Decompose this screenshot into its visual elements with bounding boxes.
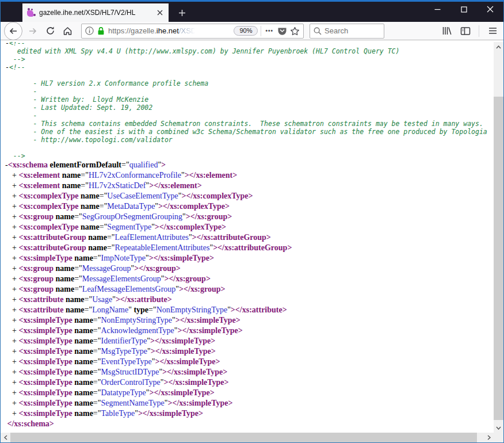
- sidebar-button[interactable]: [458, 24, 473, 39]
- fold-toggle[interactable]: +: [12, 264, 18, 273]
- xml-punct: =": [100, 202, 108, 211]
- fold-toggle[interactable]: +: [12, 337, 18, 345]
- horizontal-scrollbar[interactable]: [1, 433, 494, 442]
- xml-attr-value: HL7v2xConformanceProfile: [89, 171, 181, 180]
- fold-toggle[interactable]: +: [12, 295, 18, 304]
- fold-toggle[interactable]: +: [12, 368, 18, 376]
- fold-toggle[interactable]: +: [12, 326, 18, 335]
- menu-button[interactable]: [485, 24, 500, 39]
- xml-tag: ></xs:simpleType>: [150, 388, 215, 397]
- xml-attr-name: name: [72, 368, 93, 376]
- fold-toggle[interactable]: +: [12, 181, 18, 190]
- xml-attr-name: elementFormDefault: [48, 161, 121, 169]
- xml-line: -<!--: [1, 63, 494, 71]
- fold-toggle[interactable]: +: [12, 316, 18, 324]
- xml-tag: <xs:simpleType: [18, 316, 72, 324]
- xml-line: + <xs:simpleType name="AcknowledgmentTyp…: [1, 326, 494, 336]
- fold-toggle[interactable]: +: [12, 212, 18, 221]
- xml-line: + <xs:element name="HL7v2xConformancePro…: [1, 170, 494, 181]
- fold-toggle[interactable]: +: [12, 285, 18, 293]
- fold-toggle[interactable]: +: [12, 357, 18, 366]
- titlebar: gazelle.ihe.net/XSD/HL7/V2/HL: [1, 2, 503, 22]
- fold-toggle[interactable]: +: [12, 254, 18, 262]
- xml-attr-value: MsgTypeType: [101, 347, 147, 356]
- page-info-icon[interactable]: [85, 26, 94, 35]
- fold-toggle[interactable]: +: [12, 347, 18, 356]
- scroll-up-arrow[interactable]: [494, 42, 503, 52]
- xml-punct: =": [74, 285, 82, 293]
- xml-attr-name: name: [54, 212, 74, 221]
- fold-toggle[interactable]: -: [5, 42, 9, 47]
- xml-attr-value: MessageGroup: [82, 264, 131, 273]
- xml-attr-value: TableType: [101, 409, 135, 418]
- url-text[interactable]: https://gazelle.ihe.net/XSD: [108, 26, 231, 35]
- vertical-scroll-thumb[interactable]: [494, 97, 503, 420]
- xml-attr-name: name: [72, 378, 93, 387]
- page-actions-icon[interactable]: •••: [264, 28, 274, 34]
- back-button[interactable]: [4, 22, 22, 40]
- bookmark-star-icon[interactable]: [290, 26, 300, 36]
- tab-close-icon[interactable]: [155, 8, 165, 17]
- xml-attr-value: AcknowledgmentType: [101, 326, 174, 335]
- xml-attr-value: Usage: [92, 295, 112, 304]
- fold-toggle[interactable]: +: [12, 409, 18, 418]
- search-input[interactable]: [324, 26, 376, 35]
- xml-comment-text: - Last Updated: Sept. 19, 2002: [5, 104, 152, 112]
- xml-attr-name: name: [54, 274, 74, 283]
- xml-line: - http://www.topologi.com/validator: [1, 136, 494, 144]
- fold-toggle[interactable]: +: [12, 399, 18, 407]
- pocket-icon[interactable]: [277, 26, 287, 36]
- xml-attr-name: name: [79, 223, 100, 231]
- xml-punct: =": [81, 171, 89, 180]
- library-button[interactable]: [440, 24, 455, 39]
- xml-tag: <xs:simpleType: [18, 388, 72, 397]
- scroll-down-arrow[interactable]: [494, 423, 503, 433]
- xml-line: + <xs:simpleType name="TableType"></xs:s…: [1, 408, 494, 419]
- xml-attr-name: name: [63, 295, 84, 304]
- fold-toggle[interactable]: +: [12, 388, 18, 397]
- xml-tag: ></xs:simpleType>: [162, 368, 227, 376]
- scroll-left-arrow[interactable]: [1, 433, 10, 442]
- xml-line: + <xs:simpleType name="SegmentNameType">…: [1, 398, 494, 408]
- minimize-button[interactable]: [424, 0, 450, 18]
- xml-tag: <xs:group: [18, 285, 54, 293]
- forward-button[interactable]: [25, 23, 41, 39]
- url-bar[interactable]: https://gazelle.ihe.net/XSD 90% •••: [81, 24, 304, 39]
- fold-toggle[interactable]: +: [12, 305, 18, 314]
- xml-punct: =": [74, 274, 82, 283]
- fold-toggle[interactable]: +: [12, 274, 18, 283]
- browser-tab[interactable]: gazelle.ihe.net/XSD/HL7/V2/HL: [22, 3, 169, 22]
- xml-attr-name: name: [72, 357, 93, 366]
- xml-line: + <xs:complexType name="MetaDataType"></…: [1, 201, 494, 212]
- maximize-button[interactable]: [450, 0, 477, 18]
- xml-attr-value: UseCaseElementType: [107, 192, 178, 200]
- lock-icon[interactable]: [97, 26, 105, 36]
- zoom-level-badge[interactable]: 90%: [234, 26, 258, 36]
- xml-punct: =": [93, 254, 101, 262]
- close-window-button[interactable]: [477, 0, 503, 18]
- fold-toggle[interactable]: +: [12, 223, 18, 231]
- fold-toggle[interactable]: +: [12, 378, 18, 387]
- xml-punct: =": [93, 316, 101, 324]
- xml-tag: ></xs:complexType>: [182, 192, 253, 200]
- xml-line: + <xs:group name="LeafMessageElementsGro…: [1, 284, 494, 295]
- xml-tag: <xs:attribute: [18, 295, 63, 304]
- hamburger-icon: [488, 27, 497, 35]
- reload-button[interactable]: [42, 23, 58, 39]
- sidebar-icon: [460, 26, 471, 36]
- new-tab-button[interactable]: [175, 6, 189, 19]
- fold-toggle[interactable]: +: [12, 243, 18, 252]
- horizontal-scroll-thumb[interactable]: [10, 433, 477, 442]
- xml-tag: ></xs:attribute>: [116, 295, 172, 304]
- fold-toggle[interactable]: -: [5, 63, 9, 71]
- fold-toggle[interactable]: +: [12, 171, 18, 180]
- xml-attr-name: name: [72, 337, 93, 345]
- fold-toggle[interactable]: +: [12, 233, 18, 242]
- home-button[interactable]: [59, 23, 75, 39]
- vertical-scrollbar[interactable]: [494, 42, 503, 433]
- fold-toggle[interactable]: +: [12, 192, 18, 200]
- xml-document: -<!-- edited with XML Spy v4.4 U (http:/…: [1, 42, 494, 433]
- fold-toggle[interactable]: +: [12, 202, 18, 211]
- scroll-right-arrow[interactable]: [484, 433, 494, 442]
- search-box[interactable]: [310, 24, 384, 39]
